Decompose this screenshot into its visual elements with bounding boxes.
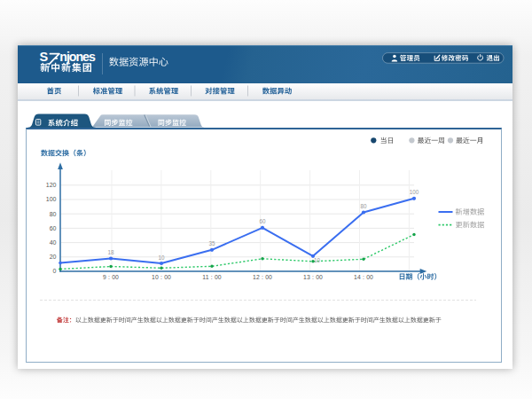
svg-text:13 : 00: 13 : 00 [303,274,323,280]
svg-text:12 : 00: 12 : 00 [253,274,272,280]
svg-text:10: 10 [158,254,165,261]
svg-text:10: 10 [314,257,321,263]
svg-text:100: 100 [410,189,419,195]
svg-text:18: 18 [107,249,114,255]
svg-text:9 : 00: 9 : 00 [103,274,119,280]
svg-text:10 : 00: 10 : 00 [152,274,171,280]
svg-text:S: S [40,50,49,64]
svg-text:60: 60 [259,218,266,224]
svg-text:11 : 00: 11 : 00 [202,274,222,280]
svg-text:80: 80 [50,211,57,217]
svg-text:60: 60 [50,225,57,231]
svg-text:80: 80 [360,203,367,209]
svg-text:100: 100 [46,196,57,202]
svg-text:35: 35 [208,240,215,246]
svg-text:14 : 00: 14 : 00 [354,274,373,280]
svg-text:120: 120 [46,182,57,188]
svg-text:40: 40 [50,239,57,246]
svg-text:20: 20 [50,254,57,260]
svg-text:0: 0 [53,268,57,274]
svg-text:njones: njones [59,50,96,64]
